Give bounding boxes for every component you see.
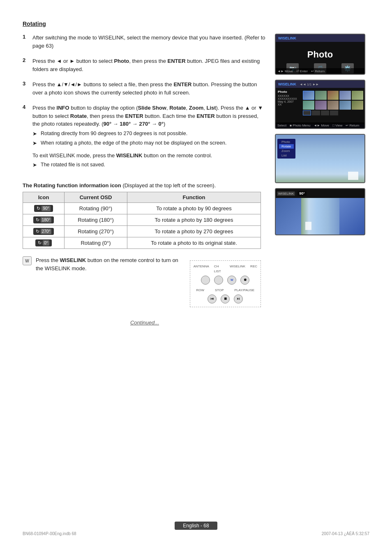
osd-cell-90: Rotating (90°) (65, 203, 127, 214)
func-cell-0: To rotate a photo to its original state. (127, 237, 261, 249)
footer-right-text: 2007-04-13 ¿ÀÈÄ 5:32:57 (322, 531, 369, 536)
note-2: ➤ When rotating a photo, the edge of the… (32, 139, 267, 147)
step-3-content: Press the ▲/▼/◄/► buttons to select a fi… (32, 80, 267, 97)
tv-menu-overlay: Photo Rotate Zoom List (277, 139, 295, 159)
step-2-number: 2 (23, 57, 29, 73)
table-heading: The Rotating function information icon (… (23, 182, 267, 190)
tv-menu-photo: Photo (286, 74, 299, 75)
wiselink-note-icon: W (23, 256, 32, 265)
tv-folder-3 (321, 110, 329, 115)
rotate-table-section: The Rotating function information icon (… (23, 182, 267, 308)
remote-mockup: ANTENNA CH LIST WISELINK REC W ⏺ R (190, 260, 261, 307)
icon-cell-180: ↻ 180° (23, 214, 65, 226)
tv-screen-3: Photo Rotate Zoom List (275, 134, 365, 183)
remote-label-antenna: ANTENNA (194, 264, 209, 274)
remote-label-playpause: PLAY/PAUSE (234, 288, 254, 293)
func-cell-180: To rotate a photo by 180 degrees (127, 214, 261, 226)
tv-menu-item-zoom: Zoom (279, 149, 294, 153)
remote-btn-rec[interactable]: ⏺ (240, 276, 249, 285)
tv-date: XXXXXXXXXXXXXXXXMay 4, 2007XX (278, 94, 301, 106)
icon-cell-90: ↻ 90° (23, 203, 65, 214)
remote-btn-row[interactable]: ⏮ (208, 294, 217, 303)
func-cell-90: To rotate a photo by 90 degrees (127, 203, 261, 214)
note-1-text: Rotating directly from 90 degrees to 270… (41, 130, 187, 138)
content-area: 1 After switching the mode to WISELINK, … (23, 34, 369, 326)
osd-cell-180: Rotating (180°) (65, 214, 127, 226)
step-1-content: After switching the mode to WISELINK, se… (32, 34, 267, 50)
wiselink-logo-2: WISELINK (278, 82, 296, 86)
table-heading-bold: The Rotating function information icon (23, 182, 121, 189)
tv-folder-icon (303, 110, 311, 115)
remote-btn-antenna[interactable] (201, 276, 210, 285)
note-2-text: When rotating a photo, the edge of the p… (41, 139, 226, 147)
remote-label-chlist: CH LIST (214, 264, 225, 274)
wiselink-note-text: Press the WISELINK button on the remote … (36, 256, 186, 272)
remote-label-row: ROW (196, 288, 205, 293)
arrow-icon-2: ➤ (32, 139, 38, 147)
tv-header-2: WISELINK ◄◄ 1/1 ►► (276, 80, 364, 88)
tv-photo-grid (303, 91, 363, 110)
tv-menu-item-list: List (279, 153, 294, 158)
table-heading-extra: (Displayed at the top left of the screen… (122, 182, 214, 189)
table-heading-end: . (214, 182, 216, 189)
tv-rotate-photo (276, 198, 364, 235)
remote-btn-chlist[interactable] (214, 276, 223, 285)
tv-header-1: WISELINK (276, 34, 364, 42)
arrow-icon-3: ➤ (32, 161, 38, 169)
step-4-content: Press the INFO button to display the opt… (32, 104, 267, 169)
arrow-icon-1: ➤ (32, 130, 38, 138)
icon-cell-270: ↻ 270° (23, 226, 65, 237)
tv-screen-4: WISELINK 90° (275, 188, 365, 235)
step-3-row: 3 Press the ▲/▼/◄/► buttons to select a … (23, 80, 267, 97)
wiselink-header-label: WISELINK (277, 191, 295, 196)
rotate-icon-180: ↻ 180° (33, 216, 54, 223)
osd-cell-0: Rotating (0°) (65, 237, 127, 249)
tv-bottom-bar-2: Select■ Photo Menu◄► Move□ View↩ Return (276, 122, 364, 128)
continued-em: Continued... (130, 320, 159, 326)
page-number-box: English - 68 (175, 522, 217, 530)
table-row: ↻ 90° Rotating (90°) To rotate a photo b… (23, 203, 261, 214)
left-column: 1 After switching the mode to WISELINK, … (23, 34, 267, 326)
tv-menu-item-photo: Photo (279, 140, 294, 144)
table-body: ↻ 90° Rotating (90°) To rotate a photo b… (23, 203, 261, 249)
tv-menu-music: Music (314, 74, 326, 75)
tv-photo-label: Photo (279, 49, 361, 60)
tv-folder-4 (330, 110, 338, 115)
table-header-row: Icon Current OSD Function (23, 192, 261, 203)
step-4-number: 4 (23, 104, 29, 169)
remote-buttons-row-2: ⏮ ⏹ ⏯ (208, 294, 243, 303)
house-shape (348, 172, 358, 180)
rotation-badge-90: 90° (297, 191, 307, 196)
section-title: Rotating (23, 21, 369, 27)
note-3-text: The rotated file is not saved. (41, 161, 105, 169)
wiselink-note-row: W Press the WISELINK button on the remot… (23, 256, 261, 307)
step-3-number: 3 (23, 80, 29, 97)
table-row: ↻ 180° Rotating (180°) To rotate a photo… (23, 214, 261, 226)
note-3: ➤ The rotated file is not saved. (32, 161, 267, 169)
remote-btn-playpause[interactable]: ⏯ (234, 294, 243, 303)
mountain-rotated (301, 198, 339, 235)
remote-btn-stop[interactable]: ⏹ (221, 294, 230, 303)
remote-bottom-labels: ROW STOP PLAY/PAUSE (194, 288, 257, 293)
remote-btn-wiselink[interactable]: W (227, 276, 236, 285)
tv-menu-setup: Setup (341, 74, 354, 75)
col-osd: Current OSD (65, 192, 127, 203)
step-4-row: 4 Press the INFO button to display the o… (23, 104, 267, 169)
rotate-table: Icon Current OSD Function ↻ 90° (23, 192, 261, 249)
page-container: Rotating 1 After switching the mode to W… (0, 0, 392, 538)
rotate-icon-0: ↻ 0° (35, 239, 52, 246)
footer-left-text: BN68-01094P-00Eng.indb 68 (23, 531, 76, 536)
wiselink-logo-1: WISELINK (278, 36, 296, 40)
right-column: WISELINK Photo 📷 Photo 🎵 (275, 34, 369, 326)
note-1: ➤ Rotating directly from 90 degrees to 2… (32, 130, 267, 138)
remote-label-stop: STOP (215, 288, 224, 293)
tv-photo-section: Photo (278, 90, 301, 94)
footer-bottom: BN68-01094P-00Eng.indb 68 2007-04-13 ¿ÀÈ… (23, 531, 369, 536)
func-cell-270: To rotate a photo by 270 degrees (127, 226, 261, 237)
col-function: Function (127, 192, 261, 203)
tv-screen-2: WISELINK ◄◄ 1/1 ►► Photo XXXXXXXXXXXXXXX… (275, 80, 365, 129)
continued-text: Continued... (23, 320, 267, 326)
table-row: ↻ 0° Rotating (0°) To rotate a photo to … (23, 237, 261, 249)
remote-label-wiselink: WISELINK (230, 264, 245, 274)
step-1-row: 1 After switching the mode to WISELINK, … (23, 34, 267, 50)
